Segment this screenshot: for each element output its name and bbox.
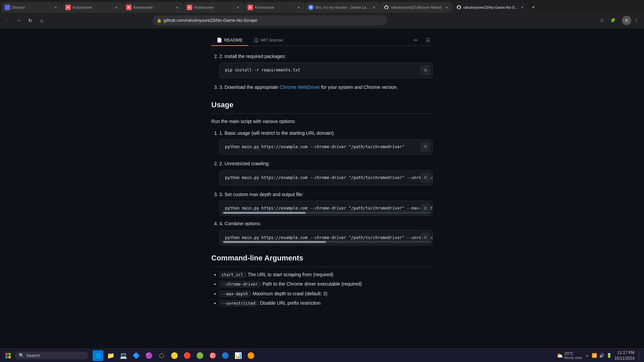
svg-rect-2 — [5, 356, 8, 358]
bookmark-star-button[interactable]: ☆ — [598, 16, 607, 25]
forward-button[interactable]: → — [14, 16, 23, 25]
volume-icon[interactable]: 🔊 — [599, 353, 604, 358]
tab-6[interactable]: B Bro, it's my resume - Online La... ✕ — [305, 2, 380, 13]
tab-8-close[interactable]: ✕ — [520, 5, 525, 10]
tab-2[interactable]: K Kickresume ✕ — [62, 2, 122, 13]
browser-toolbar-right: ☆ 🧩 R ⋮ — [598, 16, 641, 25]
readme-tabs: 📄 README ⚖️ MIT license ✏ ☰ — [211, 35, 433, 46]
profile-button[interactable]: R — [622, 16, 631, 25]
weather-widget: ⛅ 20°C Mostly clear — [556, 351, 582, 360]
install-step-label: 2. Install the required packages: — [219, 54, 286, 59]
taskbar-icon-app1[interactable]: 🟣 — [144, 350, 154, 361]
toc-button[interactable]: ☰ — [423, 36, 433, 45]
back-button[interactable]: ← — [3, 16, 12, 25]
install-copy-button[interactable]: ⧉ — [421, 65, 430, 75]
tab-7[interactable]: rahulmysore23 (Mysore Rahul) ✕ — [380, 2, 452, 13]
taskbar-icon-app3[interactable]: 🟡 — [169, 350, 180, 361]
usage-item-1-label: 1. Basic usage (will restrict to the sta… — [219, 130, 335, 136]
readme-container: 📄 README ⚖️ MIT license ✏ ☰ — [211, 28, 433, 318]
taskbar-icon-app5[interactable]: 🟢 — [195, 350, 205, 361]
cmdargs-heading: Command-line Arguments — [211, 252, 433, 267]
taskbar-icon-explorer[interactable]: 📁 — [105, 350, 116, 361]
github-page: 📄 README ⚖️ MIT license ✏ ☰ — [0, 28, 644, 349]
usage-code-1: python main.py https://example.com --chr… — [219, 139, 433, 155]
taskbar-icons: 🌐 📁 💻 🔷 🟣 ⬡ 🟡 🔴 🟢 🎯 🔵 📊 🟠 — [91, 350, 258, 361]
taskbar-icon-app4[interactable]: 🔴 — [182, 350, 193, 361]
readme-book-icon: 📄 — [217, 38, 222, 43]
tab-mit[interactable]: ⚖️ MIT license — [248, 35, 288, 46]
url-display: github.com/rahulmysore23/No-Game-No-Scra… — [164, 18, 383, 23]
address-bar-area: ← → ↻ ⌂ 🔒 github.com/rahulmysore23/No-Ga… — [0, 13, 644, 28]
tab-3-close[interactable]: ✕ — [174, 5, 180, 10]
usage-item-3: 3. Set custom max depth and output file:… — [219, 191, 433, 215]
usage-copy-3-button[interactable]: ⧉ — [421, 203, 430, 213]
tab-1-close[interactable]: ✕ — [53, 5, 58, 10]
usage-code-1-wrapper: python main.py https://example.com --chr… — [219, 139, 433, 155]
usage-code-3-wrapper: python main.py https://example.com --chr… — [219, 201, 433, 215]
new-tab-button[interactable]: + — [529, 3, 538, 12]
usage-copy-2-button[interactable]: ⧉ — [421, 173, 430, 182]
tab-6-close[interactable]: ✕ — [371, 5, 377, 10]
usage-list: 1. Basic usage (will restrict to the sta… — [211, 129, 433, 244]
browser-window: Discord ✕ K Kickresume ✕ K Kickresume ✕ … — [0, 0, 644, 349]
taskbar-icon-app9[interactable]: 🟠 — [246, 350, 256, 361]
search-placeholder: Search — [26, 353, 40, 358]
taskbar-icon-app7[interactable]: 🔵 — [220, 350, 231, 361]
tab-8-active[interactable]: rahulmysore23/No-Game-No-S... ✕ — [453, 2, 528, 13]
home-button[interactable]: ⌂ — [37, 16, 46, 25]
search-icon: 🔍 — [19, 353, 24, 358]
readme-tab-list: 📄 README ⚖️ MIT license — [211, 35, 288, 46]
install-code-block: pip install -r requirements.txt — [219, 63, 433, 78]
scrollbar-track-4[interactable] — [223, 241, 429, 243]
browser-menu-button[interactable]: ⋮ — [632, 16, 641, 25]
taskbar-icon-app6[interactable]: 🎯 — [207, 350, 218, 361]
reload-button[interactable]: ↻ — [25, 16, 35, 25]
search-bar[interactable]: 🔍 Search — [15, 352, 89, 359]
tab-4-close[interactable]: ✕ — [235, 5, 240, 10]
scrollbar-thumb-3 — [223, 212, 305, 214]
usage-item-2-label: 2. Unrestricted crawling: — [219, 161, 270, 166]
taskbar-icon-edge[interactable]: 🌐 — [93, 350, 103, 361]
scrollbar-thumb-4 — [223, 241, 326, 243]
taskbar-icon-vscode[interactable]: 💻 — [118, 350, 129, 361]
taskbar-icon-teams[interactable]: 🔷 — [131, 350, 142, 361]
usage-copy-1-button[interactable]: ⧉ — [421, 142, 430, 152]
tab-5-close[interactable]: ✕ — [296, 5, 301, 10]
tab-1[interactable]: Discord ✕ — [1, 2, 62, 13]
usage-item-4: 4. Combine options: python main.py https… — [219, 220, 433, 244]
cmdarg-max-depth-text: : Maximum depth to crawl (default: 3) — [250, 291, 327, 296]
mit-tab-label: MIT license — [261, 38, 283, 43]
svg-rect-0 — [5, 353, 8, 355]
weather-info: 20°C Mostly clear — [565, 351, 582, 360]
chevron-up-icon[interactable]: 🔺 — [585, 353, 590, 358]
extensions-button[interactable]: 🧩 — [608, 16, 618, 25]
wifi-icon: 📶 — [592, 353, 597, 358]
taskbar-icon-app2[interactable]: ⬡ — [156, 350, 167, 361]
address-bar[interactable]: 🔒 github.com/rahulmysore23/No-Game-No-Sc… — [153, 15, 387, 25]
taskbar-icon-app8[interactable]: 📊 — [233, 350, 244, 361]
time-display[interactable]: 11:17 PM 10/11/2024 — [614, 350, 635, 361]
chrome-webdriver-link[interactable]: Chrome WebDriver — [280, 84, 320, 90]
usage-code-2-wrapper: python main.py https://example.com --chr… — [219, 170, 433, 185]
calendar-date: 10/11/2024 — [614, 356, 635, 361]
tab-7-close[interactable]: ✕ — [444, 5, 449, 10]
tab-readme[interactable]: 📄 README — [211, 35, 248, 46]
browser-content: 📄 README ⚖️ MIT license ✏ ☰ — [0, 28, 644, 349]
show-desktop-button[interactable] — [639, 351, 640, 360]
cmdarg-chrome-driver-code: --chrome-driver — [219, 281, 260, 287]
tab-2-close[interactable]: ✕ — [114, 5, 119, 10]
tab-4[interactable]: K Kickresume ✕ — [183, 2, 244, 13]
cmdargs-list: start_url: The URL to start scraping fro… — [211, 271, 433, 307]
scroll-left-3[interactable]: ‹ — [221, 210, 223, 216]
clock: 11:17 PM — [614, 350, 635, 356]
scroll-left-4[interactable]: ‹ — [221, 239, 223, 245]
scrollbar-track-3[interactable] — [223, 212, 429, 214]
tab-5[interactable]: K Kickresume ✕ — [244, 2, 305, 13]
cmdarg-start-url: start_url: The URL to start scraping fro… — [219, 271, 433, 278]
start-button[interactable] — [3, 350, 13, 361]
edit-button[interactable]: ✏ — [411, 36, 421, 45]
tab-3[interactable]: K Kickresume ✕ — [123, 2, 183, 13]
cmdarg-start-url-code: start_url — [219, 272, 245, 278]
taskbar: 🔍 Search 🌐 📁 💻 🔷 🟣 ⬡ 🟡 🔴 🟢 🎯 🔵 📊 🟠 ⛅ 20°… — [0, 349, 644, 362]
readme-tab-label: README — [224, 38, 243, 43]
